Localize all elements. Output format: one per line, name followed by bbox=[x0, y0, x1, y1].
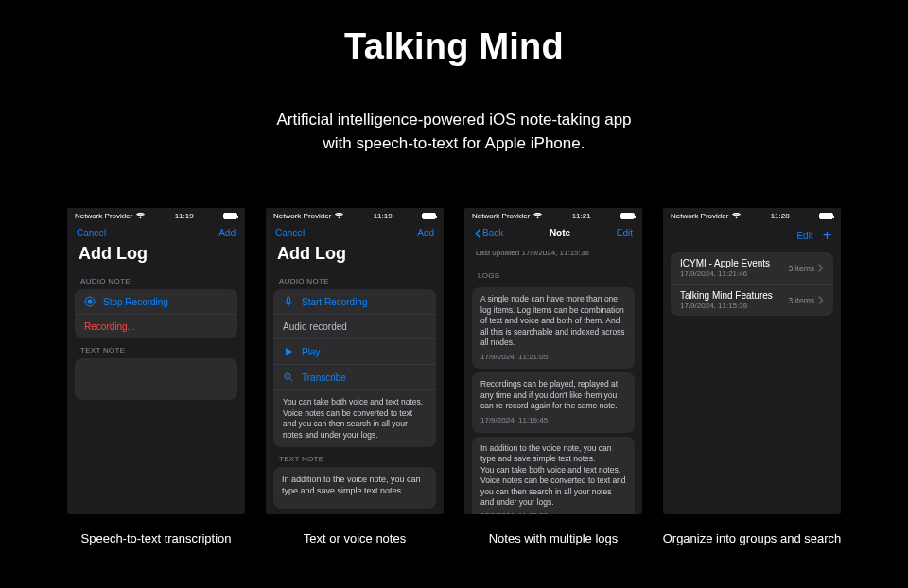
edit-button[interactable]: Edit bbox=[617, 228, 633, 238]
carrier-label: Network Provider bbox=[671, 212, 728, 220]
nav-title: Note bbox=[550, 228, 570, 238]
transcribe-icon bbox=[283, 372, 294, 383]
nav-bar: Cancel Add bbox=[266, 222, 444, 242]
status-bar: Network Provider 11:28 bbox=[663, 208, 841, 222]
chevron-right-icon bbox=[818, 264, 824, 272]
cancel-button[interactable]: Cancel bbox=[275, 228, 305, 238]
last-updated: Last updated 17/9/2024, 11:15:38 bbox=[464, 242, 642, 264]
screen4-caption: Organize into groups and search bbox=[663, 531, 842, 545]
nav-bar: Back Note Edit bbox=[464, 222, 642, 242]
log-timestamp: 17/9/2024, 11:19:45 bbox=[480, 416, 626, 426]
log-timestamp: 17/9/2024, 11:21:05 bbox=[480, 353, 626, 363]
subtitle-line2: with speech-to-text for Apple iPhone. bbox=[323, 134, 585, 152]
chevron-right-icon bbox=[818, 296, 824, 304]
screen-title: Add Log bbox=[67, 242, 245, 269]
nav-bar: Edit + bbox=[663, 222, 841, 247]
screen3-col: Network Provider 11:21 Back bbox=[463, 208, 643, 545]
audio-recorded-status: Audio recorded bbox=[273, 315, 436, 339]
carrier-label: Network Provider bbox=[472, 212, 530, 220]
screen1: Network Provider 11:19 Cancel Add Add Lo… bbox=[67, 208, 245, 514]
transcribe-button[interactable]: Transcribe bbox=[273, 365, 436, 390]
back-label: Back bbox=[482, 228, 503, 238]
edit-button[interactable]: Edit bbox=[796, 231, 812, 241]
log-body: Recordings can be played, replayed at an… bbox=[480, 379, 626, 411]
screen4: Network Provider 11:28 Edit + ICY bbox=[663, 208, 841, 514]
add-button[interactable]: Add bbox=[417, 228, 434, 238]
battery-icon bbox=[223, 213, 237, 219]
page-title: Talking Mind bbox=[0, 26, 908, 67]
start-recording-button[interactable]: Start Recording bbox=[273, 289, 436, 315]
screen3-caption: Notes with multiple logs bbox=[489, 531, 619, 545]
battery-icon bbox=[422, 213, 436, 219]
record-stop-icon bbox=[84, 296, 96, 307]
audio-section-label: AUDIO NOTE bbox=[67, 269, 245, 289]
page-subtitle: Artificial intelligence-powered iOS note… bbox=[0, 109, 908, 155]
status-bar: Network Provider 11:19 bbox=[67, 208, 245, 222]
list-item-title: Talking Mind Features bbox=[680, 290, 773, 301]
stop-recording-button[interactable]: Stop Recording bbox=[75, 289, 237, 315]
back-button[interactable]: Back bbox=[474, 228, 503, 238]
text-note-input[interactable]: In addition to the voice note, you can t… bbox=[273, 467, 436, 509]
play-label: Play bbox=[302, 347, 320, 357]
stop-recording-label: Stop Recording bbox=[103, 297, 168, 307]
nav-bar: Cancel Add bbox=[67, 222, 245, 242]
chevron-left-icon bbox=[474, 229, 480, 238]
start-recording-label: Start Recording bbox=[302, 297, 367, 307]
list-item-timestamp: 17/9/2024, 11:15:38 bbox=[680, 302, 773, 310]
carrier-label: Network Provider bbox=[273, 212, 331, 220]
list-item-timestamp: 17/9/2024, 11:21:46 bbox=[680, 269, 770, 278]
screen-title: Add Log bbox=[266, 242, 444, 269]
audio-recorded-label: Audio recorded bbox=[283, 321, 347, 332]
text-section-label: TEXT NOTE bbox=[67, 338, 245, 358]
recording-status: Recording... bbox=[75, 315, 237, 338]
log-timestamp: 17/9/2024, 11:15:38 bbox=[480, 511, 626, 514]
battery-icon bbox=[819, 213, 833, 219]
svg-rect-2 bbox=[288, 297, 290, 303]
log-body: In addition to the voice note, you can t… bbox=[480, 443, 626, 509]
recording-label: Recording... bbox=[84, 321, 135, 332]
audio-section-label: AUDIO NOTE bbox=[266, 269, 444, 289]
screen2-col: Network Provider 11:19 Cancel Add Add Lo… bbox=[265, 208, 445, 545]
clock: 11:21 bbox=[572, 212, 591, 220]
clock: 11:19 bbox=[374, 212, 393, 220]
list-item[interactable]: ICYMI - Apple Events 17/9/2024, 11:21:46… bbox=[671, 252, 833, 285]
battery-icon bbox=[620, 213, 635, 219]
logs-section-label: LOGS bbox=[464, 264, 642, 284]
status-bar: Network Provider 11:19 bbox=[266, 208, 444, 222]
screenshots-row: Network Provider 11:19 Cancel Add Add Lo… bbox=[0, 208, 908, 545]
screen4-col: Network Provider 11:28 Edit + ICY bbox=[662, 208, 842, 545]
play-icon bbox=[283, 346, 294, 357]
text-section-label: TEXT NOTE bbox=[266, 447, 444, 467]
clock: 11:28 bbox=[771, 212, 790, 220]
wifi-icon bbox=[732, 213, 741, 219]
clock: 11:19 bbox=[175, 212, 194, 220]
wifi-icon bbox=[533, 213, 542, 219]
notes-list: ICYMI - Apple Events 17/9/2024, 11:21:46… bbox=[671, 252, 833, 316]
audio-card: Start Recording Audio recorded Play bbox=[273, 289, 436, 447]
screen1-caption: Speech-to-text transcription bbox=[81, 531, 232, 545]
list-item[interactable]: Talking Mind Features 17/9/2024, 11:15:3… bbox=[671, 285, 833, 316]
screen3: Network Provider 11:21 Back bbox=[464, 208, 642, 514]
audio-info-text: You can take both voice and text notes. … bbox=[273, 390, 436, 447]
carrier-label: Network Provider bbox=[75, 212, 132, 220]
transcribe-label: Transcribe bbox=[302, 372, 346, 383]
log-item[interactable]: Recordings can be played, replayed at an… bbox=[472, 372, 635, 432]
add-icon[interactable]: + bbox=[823, 228, 831, 243]
text-note-input[interactable] bbox=[75, 358, 237, 400]
status-bar: Network Provider 11:21 bbox=[464, 208, 642, 222]
log-item[interactable]: In addition to the voice note, you can t… bbox=[472, 437, 635, 515]
cancel-button[interactable]: Cancel bbox=[77, 228, 106, 238]
list-item-count: 3 items bbox=[789, 264, 814, 273]
add-button[interactable]: Add bbox=[218, 228, 236, 238]
list-item-count: 3 items bbox=[789, 296, 814, 305]
log-item[interactable]: A single node can have more than one log… bbox=[472, 287, 635, 369]
audio-card: Stop Recording Recording... bbox=[75, 289, 237, 338]
play-button[interactable]: Play bbox=[273, 339, 436, 365]
mic-icon bbox=[283, 296, 294, 307]
wifi-icon bbox=[335, 213, 343, 219]
svg-point-1 bbox=[88, 300, 93, 304]
log-body: A single node can have more than one log… bbox=[480, 294, 626, 348]
list-item-title: ICYMI - Apple Events bbox=[680, 258, 770, 268]
subtitle-line1: Artificial intelligence-powered iOS note… bbox=[276, 111, 631, 129]
screen2: Network Provider 11:19 Cancel Add Add Lo… bbox=[266, 208, 444, 514]
